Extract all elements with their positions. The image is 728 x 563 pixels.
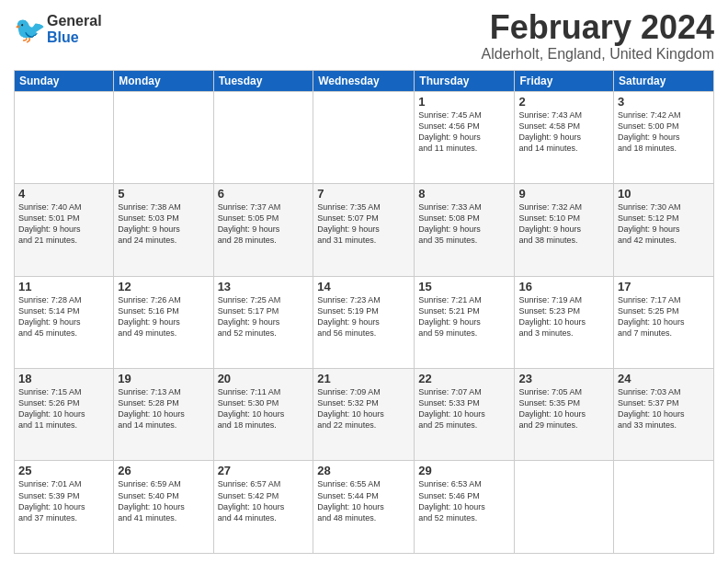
day-number: 27 <box>218 464 310 477</box>
day-info: Sunrise: 7:23 AM Sunset: 5:19 PM Dayligh… <box>317 294 410 339</box>
day-number: 23 <box>518 372 609 385</box>
calendar-cell <box>313 91 415 183</box>
month-title: February 2024 <box>482 9 715 46</box>
day-number: 18 <box>18 372 109 385</box>
calendar-cell: 14Sunrise: 7:23 AM Sunset: 5:19 PM Dayli… <box>313 276 415 368</box>
calendar-cell: 3Sunrise: 7:42 AM Sunset: 5:00 PM Daylig… <box>614 91 714 183</box>
day-number: 24 <box>618 372 710 385</box>
day-info: Sunrise: 7:25 AM Sunset: 5:17 PM Dayligh… <box>218 294 310 339</box>
weekday-header-monday: Monday <box>114 70 213 91</box>
day-info: Sunrise: 7:37 AM Sunset: 5:05 PM Dayligh… <box>218 201 310 247</box>
calendar-cell: 29Sunrise: 6:53 AM Sunset: 5:46 PM Dayli… <box>415 461 515 554</box>
calendar-cell: 6Sunrise: 7:37 AM Sunset: 5:05 PM Daylig… <box>213 184 313 276</box>
day-number: 21 <box>317 372 410 385</box>
calendar-header-row: SundayMondayTuesdayWednesdayThursdayFrid… <box>15 70 714 91</box>
day-info: Sunrise: 7:11 AM Sunset: 5:30 PM Dayligh… <box>218 386 310 431</box>
calendar-cell: 17Sunrise: 7:17 AM Sunset: 5:25 PM Dayli… <box>614 276 714 368</box>
day-number: 10 <box>618 187 710 201</box>
calendar-table: SundayMondayTuesdayWednesdayThursdayFrid… <box>14 70 714 554</box>
day-info: Sunrise: 7:40 AM Sunset: 5:01 PM Dayligh… <box>18 201 109 247</box>
day-number: 7 <box>317 187 410 201</box>
day-info: Sunrise: 7:45 AM Sunset: 4:56 PM Dayligh… <box>418 109 510 155</box>
day-info: Sunrise: 7:35 AM Sunset: 5:07 PM Dayligh… <box>317 201 410 247</box>
day-number: 25 <box>18 464 109 477</box>
svg-text:🐦: 🐦 <box>14 15 46 45</box>
calendar-cell: 25Sunrise: 7:01 AM Sunset: 5:39 PM Dayli… <box>15 461 114 554</box>
day-info: Sunrise: 6:53 AM Sunset: 5:46 PM Dayligh… <box>418 478 510 523</box>
weekday-header-tuesday: Tuesday <box>213 70 313 91</box>
calendar-week-4: 18Sunrise: 7:15 AM Sunset: 5:26 PM Dayli… <box>15 369 714 461</box>
calendar-cell: 7Sunrise: 7:35 AM Sunset: 5:07 PM Daylig… <box>313 184 415 276</box>
calendar-cell: 15Sunrise: 7:21 AM Sunset: 5:21 PM Dayli… <box>415 276 515 368</box>
calendar-week-2: 4Sunrise: 7:40 AM Sunset: 5:01 PM Daylig… <box>15 184 714 276</box>
day-number: 1 <box>418 95 510 109</box>
title-block: February 2024 Alderholt, England, United… <box>482 9 715 63</box>
day-number: 12 <box>118 280 209 293</box>
day-number: 2 <box>518 95 609 109</box>
calendar-cell: 2Sunrise: 7:43 AM Sunset: 4:58 PM Daylig… <box>515 91 614 183</box>
logo-bird-icon: 🐦 <box>14 13 47 46</box>
calendar-cell: 24Sunrise: 7:03 AM Sunset: 5:37 PM Dayli… <box>614 369 714 461</box>
calendar-cell: 1Sunrise: 7:45 AM Sunset: 4:56 PM Daylig… <box>415 91 515 183</box>
day-info: Sunrise: 6:59 AM Sunset: 5:40 PM Dayligh… <box>118 478 209 523</box>
logo: 🐦 General Blue <box>14 13 102 46</box>
day-info: Sunrise: 7:21 AM Sunset: 5:21 PM Dayligh… <box>418 294 510 339</box>
calendar-cell: 10Sunrise: 7:30 AM Sunset: 5:12 PM Dayli… <box>614 184 714 276</box>
day-number: 11 <box>18 280 109 293</box>
calendar-cell: 5Sunrise: 7:38 AM Sunset: 5:03 PM Daylig… <box>114 184 213 276</box>
day-info: Sunrise: 7:07 AM Sunset: 5:33 PM Dayligh… <box>418 386 510 431</box>
calendar-cell: 4Sunrise: 7:40 AM Sunset: 5:01 PM Daylig… <box>15 184 114 276</box>
calendar-cell: 16Sunrise: 7:19 AM Sunset: 5:23 PM Dayli… <box>515 276 614 368</box>
day-info: Sunrise: 7:15 AM Sunset: 5:26 PM Dayligh… <box>18 386 109 431</box>
day-info: Sunrise: 7:17 AM Sunset: 5:25 PM Dayligh… <box>618 294 710 339</box>
calendar-cell: 27Sunrise: 6:57 AM Sunset: 5:42 PM Dayli… <box>213 461 313 554</box>
day-number: 6 <box>218 187 310 201</box>
day-number: 8 <box>418 187 510 201</box>
calendar-cell: 22Sunrise: 7:07 AM Sunset: 5:33 PM Dayli… <box>415 369 515 461</box>
calendar-cell: 11Sunrise: 7:28 AM Sunset: 5:14 PM Dayli… <box>15 276 114 368</box>
day-info: Sunrise: 7:32 AM Sunset: 5:10 PM Dayligh… <box>518 201 609 247</box>
day-number: 13 <box>218 280 310 293</box>
logo-text: General Blue <box>47 13 102 46</box>
day-info: Sunrise: 7:01 AM Sunset: 5:39 PM Dayligh… <box>18 478 109 523</box>
day-number: 28 <box>317 464 410 477</box>
weekday-header-wednesday: Wednesday <box>313 70 415 91</box>
day-info: Sunrise: 7:43 AM Sunset: 4:58 PM Dayligh… <box>518 109 609 155</box>
calendar-cell: 18Sunrise: 7:15 AM Sunset: 5:26 PM Dayli… <box>15 369 114 461</box>
calendar-week-5: 25Sunrise: 7:01 AM Sunset: 5:39 PM Dayli… <box>15 461 714 554</box>
day-number: 4 <box>18 187 109 201</box>
day-info: Sunrise: 7:30 AM Sunset: 5:12 PM Dayligh… <box>618 201 710 247</box>
day-number: 14 <box>317 280 410 293</box>
weekday-header-thursday: Thursday <box>415 70 515 91</box>
day-number: 22 <box>418 372 510 385</box>
day-number: 19 <box>118 372 209 385</box>
calendar-week-3: 11Sunrise: 7:28 AM Sunset: 5:14 PM Dayli… <box>15 276 714 368</box>
calendar-cell <box>15 91 114 183</box>
calendar-cell: 28Sunrise: 6:55 AM Sunset: 5:44 PM Dayli… <box>313 461 415 554</box>
weekday-header-saturday: Saturday <box>614 70 714 91</box>
day-number: 9 <box>518 187 609 201</box>
day-info: Sunrise: 6:55 AM Sunset: 5:44 PM Dayligh… <box>317 478 410 523</box>
calendar-cell: 23Sunrise: 7:05 AM Sunset: 5:35 PM Dayli… <box>515 369 614 461</box>
day-info: Sunrise: 7:33 AM Sunset: 5:08 PM Dayligh… <box>418 201 510 247</box>
calendar-cell: 8Sunrise: 7:33 AM Sunset: 5:08 PM Daylig… <box>415 184 515 276</box>
day-number: 15 <box>418 280 510 293</box>
day-info: Sunrise: 7:05 AM Sunset: 5:35 PM Dayligh… <box>518 386 609 431</box>
header: 🐦 General Blue February 2024 Alderholt, … <box>14 9 714 63</box>
day-info: Sunrise: 7:42 AM Sunset: 5:00 PM Dayligh… <box>618 109 710 155</box>
calendar-cell: 26Sunrise: 6:59 AM Sunset: 5:40 PM Dayli… <box>114 461 213 554</box>
day-info: Sunrise: 7:03 AM Sunset: 5:37 PM Dayligh… <box>618 386 710 431</box>
day-number: 29 <box>418 464 510 477</box>
calendar-cell: 21Sunrise: 7:09 AM Sunset: 5:32 PM Dayli… <box>313 369 415 461</box>
calendar-cell <box>114 91 213 183</box>
day-info: Sunrise: 7:28 AM Sunset: 5:14 PM Dayligh… <box>18 294 109 339</box>
day-number: 20 <box>218 372 310 385</box>
calendar-cell: 20Sunrise: 7:11 AM Sunset: 5:30 PM Dayli… <box>213 369 313 461</box>
calendar-cell: 13Sunrise: 7:25 AM Sunset: 5:17 PM Dayli… <box>213 276 313 368</box>
day-number: 17 <box>618 280 710 293</box>
day-info: Sunrise: 7:38 AM Sunset: 5:03 PM Dayligh… <box>118 201 209 247</box>
day-number: 5 <box>118 187 209 201</box>
day-info: Sunrise: 7:09 AM Sunset: 5:32 PM Dayligh… <box>317 386 410 431</box>
calendar-week-1: 1Sunrise: 7:45 AM Sunset: 4:56 PM Daylig… <box>15 91 714 183</box>
day-info: Sunrise: 7:26 AM Sunset: 5:16 PM Dayligh… <box>118 294 209 339</box>
